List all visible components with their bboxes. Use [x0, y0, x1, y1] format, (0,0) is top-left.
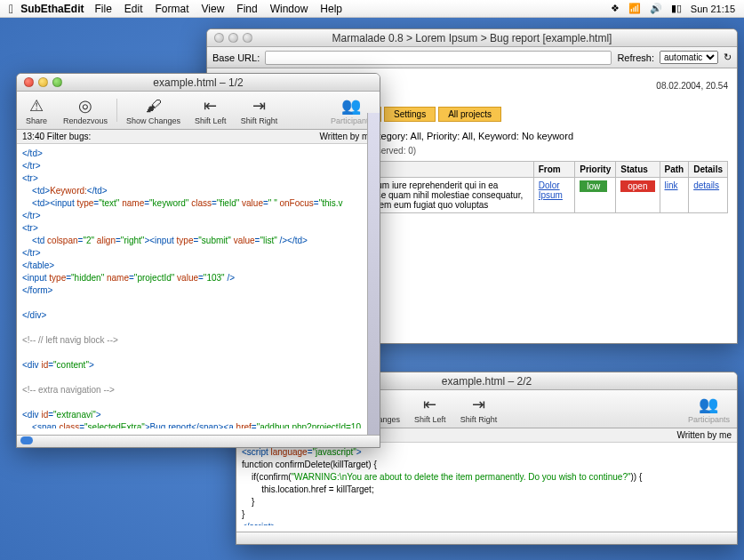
- rendezvous-icon: ◎: [73, 95, 98, 116]
- browser-titlebar[interactable]: Marmalade 0.8 > Lorem Ipsum > Bug report…: [207, 29, 737, 47]
- menu-find[interactable]: Find: [236, 3, 257, 15]
- status-left: 13:40 Filter bugs:: [22, 132, 91, 141]
- share-icon: ⚠: [24, 95, 49, 116]
- apple-icon[interactable]: : [9, 2, 13, 16]
- participants-button[interactable]: 👥Participants: [681, 394, 737, 424]
- menubar:  SubEthaEdit File Edit Format View Find…: [0, 0, 744, 18]
- from-link[interactable]: Dolor Ipsum: [539, 180, 563, 200]
- editor1-toolbar: ⚠Share ◎Rendezvous 🖌Show Changes ⇤Shift …: [17, 92, 380, 130]
- baseurl-input[interactable]: [265, 51, 612, 65]
- editor2-bottom: [236, 532, 737, 544]
- show-changes-button[interactable]: 🖌Show Changes: [119, 95, 188, 125]
- close-icon[interactable]: [24, 77, 34, 87]
- zoom-icon[interactable]: [243, 33, 252, 43]
- menu-format[interactable]: Format: [156, 3, 189, 15]
- editor1-title: example.html – 1/2: [17, 76, 380, 89]
- menu-file[interactable]: File: [94, 3, 111, 15]
- menu-help[interactable]: Help: [320, 3, 342, 15]
- shift-left-icon: ⇤: [198, 95, 223, 116]
- shift-right-button[interactable]: ⇥Shift Right: [234, 95, 285, 125]
- zoom-icon[interactable]: [52, 77, 62, 87]
- bluetooth-icon[interactable]: ❖: [611, 3, 620, 14]
- editor1-titlebar[interactable]: example.html – 1/2: [17, 74, 380, 92]
- status-badge: open: [620, 180, 654, 192]
- shift-right-button[interactable]: ⇥Shift Right: [453, 394, 505, 424]
- shift-right-icon: ⇥: [466, 394, 491, 415]
- participants-icon: 👥: [696, 394, 721, 415]
- baseurl-label: Base URL:: [212, 52, 260, 63]
- menu-window[interactable]: Window: [270, 3, 308, 15]
- close-icon[interactable]: [214, 33, 224, 43]
- wifi-icon[interactable]: 📶: [628, 3, 641, 14]
- browser-title: Marmalade 0.8 > Lorem Ipsum > Bug report…: [207, 32, 737, 44]
- menu-view[interactable]: View: [202, 3, 225, 15]
- nav-allprojects[interactable]: All projects: [438, 107, 501, 122]
- priority-badge: low: [580, 180, 607, 192]
- editor2-code[interactable]: <script language="javascript">function c…: [236, 443, 737, 525]
- status-right: Written by me: [320, 132, 375, 141]
- shift-left-icon: ⇤: [418, 394, 443, 415]
- shift-left-button[interactable]: ⇤Shift Left: [407, 394, 453, 424]
- clock-text[interactable]: Sun 21:15: [691, 4, 735, 14]
- participants-icon: 👥: [339, 95, 364, 116]
- shift-left-button[interactable]: ⇤Shift Left: [188, 95, 234, 125]
- refresh-select[interactable]: automatic: [660, 51, 718, 64]
- nav-settings[interactable]: Settings: [384, 107, 436, 122]
- editor1-code[interactable]: </td></tr><tr> <td>Keyword:</td> <td><in…: [17, 144, 380, 428]
- status-right: Written by me: [677, 430, 732, 440]
- volume-icon[interactable]: 🔊: [650, 3, 662, 14]
- minimize-icon[interactable]: [38, 77, 48, 87]
- details-link[interactable]: details: [693, 180, 719, 190]
- minimize-icon[interactable]: [228, 33, 238, 43]
- scrollbar[interactable]: [367, 113, 380, 435]
- reload-icon[interactable]: ↻: [724, 52, 732, 63]
- brushes-icon: 🖌: [141, 95, 166, 116]
- share-button[interactable]: ⚠Share: [17, 95, 56, 125]
- page-date: 08.02.2004, 20.54: [656, 81, 728, 91]
- path-link[interactable]: link: [665, 180, 678, 190]
- menu-edit[interactable]: Edit: [124, 3, 143, 15]
- battery-icon[interactable]: ▮▯: [671, 3, 682, 14]
- browser-urlbar: Base URL: Refresh: automatic ↻: [207, 47, 737, 68]
- split-badge[interactable]: [20, 436, 33, 444]
- editor1-bottom: [17, 435, 380, 447]
- editor-window-1: example.html – 1/2 ⚠Share ◎Rendezvous 🖌S…: [16, 73, 380, 448]
- shift-right-icon: ⇥: [246, 95, 271, 116]
- app-name[interactable]: SubEthaEdit: [20, 3, 84, 15]
- rendezvous-button[interactable]: ◎Rendezvous: [56, 95, 115, 125]
- refresh-label: Refresh:: [617, 52, 654, 63]
- editor1-statusline: 13:40 Filter bugs: Written by me: [17, 130, 380, 144]
